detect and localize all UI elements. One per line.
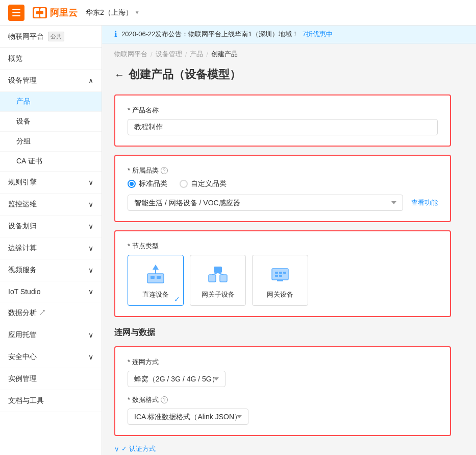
svg-rect-4 xyxy=(151,276,155,279)
sidebar-item-label: 数据分析 ↗ xyxy=(8,308,46,318)
sidebar-item-label: 安全中心 xyxy=(8,352,37,362)
sidebar-item-security[interactable]: 安全中心 ∨ xyxy=(0,346,102,368)
sidebar-item-overview[interactable]: 概览 xyxy=(0,48,102,70)
sidebar-subitem-label: 分组 xyxy=(16,137,31,145)
announcement-bar: ℹ 2020-06-22发布公告：物联网平台上线华南1（深圳）地域！ 7折优惠中 xyxy=(102,26,476,43)
region-selector[interactable]: 华东2（上海） ▼ xyxy=(86,8,140,17)
sidebar-item-data-analysis[interactable]: 数据分析 ↗ xyxy=(0,302,102,324)
svg-rect-15 xyxy=(279,272,282,274)
sidebar-item-label: 实例管理 xyxy=(8,374,37,384)
chevron-down-icon: ∨ xyxy=(88,178,93,186)
sidebar-subitem-label: 设备 xyxy=(16,117,31,125)
back-arrow-icon[interactable]: ← xyxy=(114,69,124,81)
page-title-row: ← 创建产品（设备模型） xyxy=(114,67,464,82)
sidebar-item-monitor[interactable]: 监控运维 ∨ xyxy=(0,194,102,215)
sidebar-item-label: 规则引擎 xyxy=(8,178,37,187)
chevron-down-icon: ∨ xyxy=(88,244,93,252)
radio-standard[interactable]: 标准品类 xyxy=(128,179,167,188)
page-title: 创建产品（设备模型） xyxy=(129,67,241,82)
logo-icon xyxy=(33,7,47,18)
direct-device-icon xyxy=(143,261,168,286)
sub-device-label: 网关子设备 xyxy=(202,290,235,299)
breadcrumb-current: 创建产品 xyxy=(211,50,238,59)
svg-rect-14 xyxy=(275,272,278,274)
chevron-down-icon: ▼ xyxy=(135,10,140,15)
sidebar-item-iot-studio[interactable]: IoT Studio ∨ xyxy=(0,281,102,302)
svg-rect-3 xyxy=(147,274,164,283)
sidebar-subitem-group[interactable]: 分组 xyxy=(0,132,102,152)
announcement-link[interactable]: 7折优惠中 xyxy=(303,30,333,39)
sidebar-item-docs[interactable]: 文档与工具 xyxy=(0,390,102,412)
announcement-text: 2020-06-22发布公告：物联网平台上线华南1（深圳）地域！ xyxy=(121,30,298,39)
conn-method-select[interactable]: 蜂窝（2G / 3G / 4G / 5G） xyxy=(128,371,226,387)
gateway-device-icon xyxy=(268,261,292,286)
data-format-select[interactable]: ICA 标准数据格式（Alink JSON） xyxy=(128,409,248,425)
chevron-up-icon: ∧ xyxy=(88,77,93,85)
sidebar-item-label: 应用托管 xyxy=(8,330,37,340)
sidebar-subitem-label: 产品 xyxy=(16,97,31,105)
node-type-direct[interactable]: 直连设备 xyxy=(128,255,184,306)
hamburger-icon xyxy=(12,9,20,16)
product-name-input[interactable] xyxy=(128,119,438,135)
category-select[interactable]: 智能生活 / 网络设备 / VOC感应器 xyxy=(128,195,403,211)
svg-rect-19 xyxy=(277,280,283,281)
sidebar-item-label: IoT Studio xyxy=(8,288,41,296)
breadcrumb-product[interactable]: 产品 xyxy=(190,50,203,59)
main-content: ℹ 2020-06-22发布公告：物联网平台上线华南1（深圳）地域！ 7折优惠中… xyxy=(102,26,476,455)
node-type-grid: 直连设备 网关子设备 xyxy=(128,255,438,306)
region-label: 华东2（上海） xyxy=(86,8,133,17)
sidebar-item-label: 边缘计算 xyxy=(8,244,37,253)
sidebar-item-device-assign[interactable]: 设备划归 ∨ xyxy=(0,215,102,237)
sidebar-item-label: 设备划归 xyxy=(8,222,37,231)
page-content: ← 创建产品（设备模型） * 产品名称 * 所属品类 ? xyxy=(102,59,476,455)
data-format-info-icon[interactable]: ? xyxy=(161,396,168,403)
sidebar-item-app-hosting[interactable]: 应用托管 ∨ xyxy=(0,324,102,346)
radio-custom[interactable]: 自定义品类 xyxy=(180,179,227,188)
node-type-sub[interactable]: 网关子设备 xyxy=(190,255,246,306)
sidebar-item-label: 设备管理 xyxy=(8,76,37,85)
sidebar-item-label: 文档与工具 xyxy=(8,396,44,405)
node-type-gateway[interactable]: 网关设备 xyxy=(252,255,308,306)
hamburger-button[interactable] xyxy=(8,5,24,21)
sidebar-item-video[interactable]: 视频服务 ∨ xyxy=(0,259,102,281)
sidebar-item-instance[interactable]: 实例管理 xyxy=(0,368,102,390)
sidebar-item-label: 视频服务 xyxy=(8,266,37,275)
svg-marker-6 xyxy=(153,265,159,270)
sidebar-item-device-mgmt[interactable]: 设备管理 ∧ xyxy=(0,70,102,92)
chevron-down-icon: ∨ xyxy=(88,353,93,361)
sidebar-item-rules[interactable]: 规则引擎 ∨ xyxy=(0,172,102,194)
svg-rect-17 xyxy=(275,275,278,277)
sidebar-subitem-device[interactable]: 设备 xyxy=(0,112,102,132)
chevron-down-icon: ∨ xyxy=(88,266,93,274)
svg-rect-10 xyxy=(214,267,222,273)
auth-method-collapsible[interactable]: ∨ ✓ 认证方式 xyxy=(114,444,464,453)
category-info-icon[interactable]: ? xyxy=(161,167,168,174)
svg-rect-16 xyxy=(283,272,286,274)
chevron-down-icon: ∨ xyxy=(114,445,119,453)
sidebar-subitem-label: CA 证书 xyxy=(16,157,42,165)
radio-dot-custom xyxy=(180,180,188,188)
sidebar-platform: 物联网平台 公共 xyxy=(0,26,102,48)
auth-method-label: ✓ 认证方式 xyxy=(121,444,156,453)
sidebar-item-label: 监控运维 xyxy=(8,200,37,209)
breadcrumb-device-mgmt[interactable]: 设备管理 xyxy=(156,50,182,59)
svg-rect-18 xyxy=(279,275,282,277)
layout: 物联网平台 公共 概览 设备管理 ∧ 产品 设备 分组 CA 证书 规则引擎 ∨ xyxy=(0,26,476,455)
category-select-row: 智能生活 / 网络设备 / VOC感应器 查看功能 xyxy=(128,195,438,211)
sidebar-subitem-product[interactable]: 产品 xyxy=(0,92,102,112)
sidebar-item-edge[interactable]: 边缘计算 ∨ xyxy=(0,237,102,259)
connectivity-section-header: 连网与数据 xyxy=(114,327,464,338)
chevron-down-icon: ∨ xyxy=(88,222,93,230)
platform-label: 物联网平台 xyxy=(8,32,44,41)
breadcrumb-iot[interactable]: 物联网平台 xyxy=(114,50,147,59)
radio-standard-label: 标准品类 xyxy=(139,179,167,188)
header: 阿里云 华东2（上海） ▼ xyxy=(0,0,476,26)
breadcrumb-sep: / xyxy=(151,51,153,58)
gateway-device-label: 网关设备 xyxy=(267,290,293,299)
product-name-label: * 产品名称 xyxy=(128,106,438,115)
platform-badge: 公共 xyxy=(48,32,64,41)
sidebar-subitem-ca[interactable]: CA 证书 xyxy=(0,152,102,172)
view-function-link[interactable]: 查看功能 xyxy=(411,198,438,207)
chevron-down-icon: ∨ xyxy=(88,200,93,208)
category-radio-group: 标准品类 自定义品类 xyxy=(128,179,438,188)
